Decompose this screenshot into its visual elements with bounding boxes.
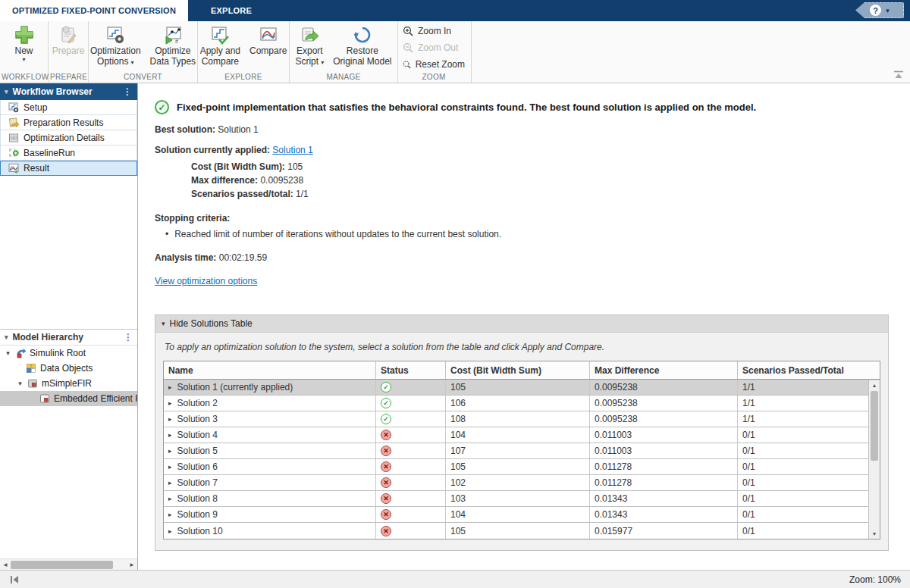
new-button[interactable]: New ▾ xyxy=(10,23,39,72)
row-expand-icon[interactable]: ▸ xyxy=(168,463,172,471)
export-script-icon xyxy=(299,24,320,45)
tree-expand-icon[interactable]: ▾ xyxy=(17,380,24,387)
scroll-down-icon[interactable]: ▼ xyxy=(869,529,880,539)
tab-explore[interactable]: EXPLORE xyxy=(188,0,275,21)
tree-item-msimplefir[interactable]: ▾ mSimpleFIR xyxy=(0,376,137,391)
workflow-browser-header[interactable]: ▾ Workflow Browser ⋮ xyxy=(0,83,137,100)
applied-solution-details: Cost (Bit Width Sum): 105 Max difference… xyxy=(191,160,910,201)
row-expand-icon[interactable]: ▸ xyxy=(168,511,172,518)
svg-text:#: # xyxy=(175,39,178,44)
table-row[interactable]: ▸ Solution 4 ✕ 104 0.011003 0/1 xyxy=(164,427,880,443)
analysis-time-label: Analysis time: xyxy=(155,252,216,263)
help-button[interactable]: ? ▾ xyxy=(855,2,904,18)
solution-name: Solution 9 xyxy=(177,509,218,520)
collapse-panel-icon[interactable] xyxy=(9,574,20,585)
tree-item-embedded-efficient-filter[interactable]: Embedded Efficient Fil xyxy=(0,391,137,406)
bullet-icon: • xyxy=(165,229,168,239)
ribbon-group-convert: Optimization Options▾ # Optimize Data Ty… xyxy=(89,21,198,83)
status-icon: ✕ xyxy=(381,493,391,504)
scrollbar-thumb[interactable] xyxy=(11,561,113,569)
applied-solution-link[interactable]: Solution 1 xyxy=(272,145,312,155)
scroll-left-icon[interactable]: ◄ xyxy=(0,561,11,568)
model-hierarchy-title: Model Hierarchy xyxy=(13,332,83,342)
solution-name: Solution 6 xyxy=(177,461,218,472)
row-expand-icon[interactable]: ▸ xyxy=(168,495,172,502)
optimize-data-types-button[interactable]: # Optimize Data Types xyxy=(146,23,199,72)
kebab-menu-icon[interactable]: ⋮ xyxy=(123,86,133,97)
compare-button[interactable]: Compare xyxy=(246,23,290,72)
collapse-ribbon-icon[interactable] xyxy=(893,70,904,80)
optimization-options-button[interactable]: Optimization Options▾ xyxy=(86,23,145,72)
hide-solutions-table-toggle[interactable]: ▾ Hide Solutions Table xyxy=(155,315,888,333)
view-optimization-options-link[interactable]: View optimization options xyxy=(155,276,257,286)
table-row[interactable]: ▸ Solution 8 ✕ 103 0.01343 0/1 xyxy=(164,491,880,507)
tree-item-label: Simulink Root xyxy=(30,348,86,358)
applied-solution-line: Solution currently applied: Solution 1 xyxy=(155,145,910,155)
table-row[interactable]: ▸ Solution 1 (currently applied) ✓ 105 0… xyxy=(164,380,880,396)
prepare-button[interactable]: Prepare xyxy=(49,23,89,72)
row-expand-icon[interactable]: ▸ xyxy=(168,479,172,486)
scrollbar-track[interactable] xyxy=(869,390,880,529)
success-message: Fixed-point implementation that satisfie… xyxy=(177,102,756,113)
zoom-in-button[interactable]: Zoom In xyxy=(403,23,465,39)
workflow-browser-title: Workflow Browser xyxy=(13,86,93,97)
zoom-out-button[interactable]: Zoom Out xyxy=(403,40,465,55)
solution-scenarios: 0/1 xyxy=(738,459,870,474)
kebab-menu-icon[interactable]: ⋮ xyxy=(124,332,133,342)
status-icon: ✓ xyxy=(381,398,391,408)
tab-optimized-fixed-point-conversion[interactable]: OPTIMIZED FIXED-POINT CONVERSION xyxy=(0,0,188,21)
optimization-options-label-line1: Optimization xyxy=(90,45,141,56)
solution-cost: 105 xyxy=(446,380,590,395)
export-script-button[interactable]: Export Script▾ xyxy=(291,23,328,72)
collapse-caret-icon: ▾ xyxy=(5,88,8,95)
tree-item-simulink-root[interactable]: ▾ Simulink Root xyxy=(0,346,137,361)
tree-expand-icon[interactable]: ▾ xyxy=(5,349,11,357)
workflow-item-result[interactable]: Result xyxy=(0,161,137,176)
table-row[interactable]: ▸ Solution 3 ✓ 108 0.0095238 1/1 xyxy=(164,411,880,427)
table-row[interactable]: ▸ Solution 10 ✕ 105 0.015977 0/1 xyxy=(164,523,880,539)
row-expand-icon[interactable]: ▸ xyxy=(168,383,172,391)
column-header-name[interactable]: Name xyxy=(164,361,376,379)
row-expand-icon[interactable]: ▸ xyxy=(168,527,172,535)
workflow-item-label: BaselineRun xyxy=(24,148,75,158)
solution-maxdiff: 0.015977 xyxy=(590,523,738,539)
reset-zoom-button[interactable]: Reset Zoom xyxy=(403,57,465,72)
column-header-status[interactable]: Status xyxy=(376,361,446,379)
workflow-item-optimization-details[interactable]: Optimization Details xyxy=(0,130,137,145)
table-row[interactable]: ▸ Solution 2 ✓ 106 0.0095238 1/1 xyxy=(164,396,880,411)
row-expand-icon[interactable]: ▸ xyxy=(168,399,172,407)
max-difference-label: Max difference: xyxy=(191,175,258,186)
left-panel: ▾ Workflow Browser ⋮ Setup Preparation R… xyxy=(0,83,138,570)
workflow-item-preparation-results[interactable]: Preparation Results xyxy=(0,115,137,130)
status-icon: ✕ xyxy=(381,430,391,440)
column-header-cost[interactable]: Cost (Bit Width Sum) xyxy=(446,361,590,379)
status-icon: ✕ xyxy=(381,477,391,488)
model-hierarchy-header[interactable]: ▾ Model Hierarchy ⋮ xyxy=(0,329,137,346)
table-vertical-scrollbar[interactable]: ▲ ▼ xyxy=(868,380,880,539)
column-header-max-difference[interactable]: Max Difference xyxy=(590,361,738,379)
table-row[interactable]: ▸ Solution 6 ✕ 105 0.011278 0/1 xyxy=(164,459,880,475)
workflow-item-baselinerun[interactable]: BaselineRun xyxy=(0,145,137,161)
row-expand-icon[interactable]: ▸ xyxy=(168,447,172,455)
scroll-up-icon[interactable]: ▲ xyxy=(869,380,880,390)
row-expand-icon[interactable]: ▸ xyxy=(168,415,172,423)
scrollbar-thumb[interactable] xyxy=(871,391,878,461)
workflow-item-setup[interactable]: Setup xyxy=(0,100,137,115)
row-expand-icon[interactable]: ▸ xyxy=(168,431,172,439)
prepare-button-label: Prepare xyxy=(52,45,85,56)
scroll-right-icon[interactable]: ► xyxy=(127,561,137,568)
column-header-scenarios[interactable]: Scenarios Passed/Total xyxy=(738,361,870,379)
status-icon: ✓ xyxy=(381,414,391,424)
table-row[interactable]: ▸ Solution 7 ✕ 102 0.011278 0/1 xyxy=(164,475,880,491)
tree-item-data-objects[interactable]: Data Objects xyxy=(0,361,137,376)
apply-and-compare-button[interactable]: Apply and Compare xyxy=(196,23,244,72)
restore-original-model-button[interactable]: Restore Original Model xyxy=(329,23,395,72)
chevron-down-icon: ▾ xyxy=(886,7,890,14)
collapse-caret-icon: ▾ xyxy=(162,320,165,327)
solution-maxdiff: 0.011003 xyxy=(590,443,738,458)
fixed-point-tool-window: OPTIMIZED FIXED-POINT CONVERSION EXPLORE… xyxy=(0,0,910,588)
left-panel-horizontal-scrollbar[interactable]: ◄ ► xyxy=(0,558,137,570)
table-row[interactable]: ▸ Solution 5 ✕ 107 0.011003 0/1 xyxy=(164,443,880,459)
scrollbar-track[interactable] xyxy=(11,561,127,569)
table-row[interactable]: ▸ Solution 9 ✕ 104 0.01343 0/1 xyxy=(164,507,880,523)
